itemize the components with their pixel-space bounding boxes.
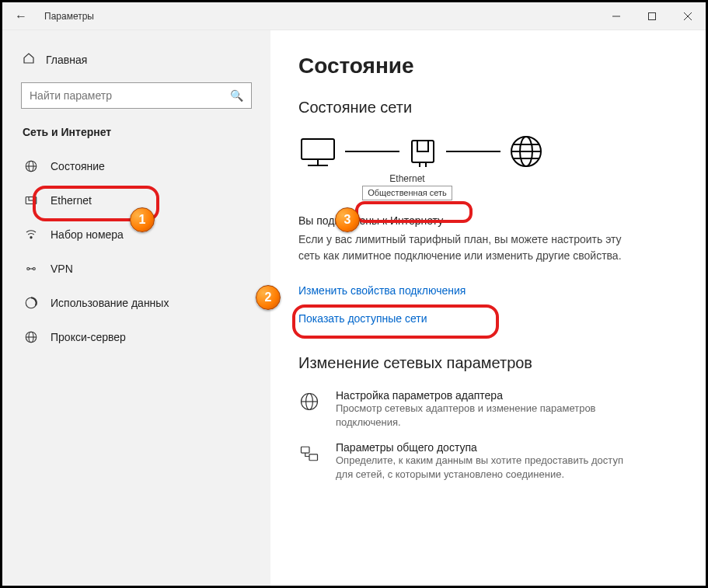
body: Главная 🔍 Сеть и Интернет Состояние Ethe…: [2, 30, 706, 586]
adapter-settings-icon: [298, 389, 323, 430]
nav-item-ethernet[interactable]: Ethernet: [13, 183, 260, 217]
globe-icon: [508, 134, 544, 169]
maximize-button[interactable]: [634, 2, 670, 30]
nav-label: Состояние: [51, 160, 105, 172]
data-usage-icon: [24, 296, 38, 310]
home-icon: [23, 52, 35, 67]
vpn-icon: [24, 262, 38, 276]
home-label: Главная: [46, 54, 87, 66]
sharing-settings-option[interactable]: Параметры общего доступа Определите, к к…: [298, 441, 678, 482]
proxy-icon: [24, 330, 38, 344]
svg-point-10: [27, 268, 30, 270]
nav-label: Прокси-сервер: [51, 331, 126, 343]
dialup-icon: [24, 228, 38, 242]
computer-icon: [298, 136, 337, 167]
svg-rect-33: [309, 454, 318, 460]
window-title: Параметры: [44, 11, 94, 22]
search-input[interactable]: [30, 89, 230, 102]
sharing-settings-icon: [298, 441, 323, 482]
option-title: Параметры общего доступа: [336, 441, 631, 454]
option-desc: Определите, к каким данным вы хотите пре…: [336, 454, 631, 482]
nav-item-vpn[interactable]: VPN: [13, 252, 260, 286]
titlebar: ← Параметры: [2, 2, 706, 30]
nav-label: Использование данных: [51, 297, 169, 309]
nav-label: Набор номера: [51, 228, 124, 241]
search-box[interactable]: 🔍: [21, 82, 252, 109]
adapter-settings-option[interactable]: Настройка параметров адаптера Просмотр с…: [298, 389, 678, 430]
change-connection-properties-link[interactable]: Изменить свойства подключения: [298, 277, 678, 304]
svg-rect-32: [302, 447, 310, 453]
svg-rect-21: [417, 141, 428, 151]
connected-heading: Вы подключены к Интернету: [298, 214, 678, 227]
sidebar-heading: Сеть и Интернет: [13, 126, 260, 149]
sidebar: Главная 🔍 Сеть и Интернет Состояние Ethe…: [2, 30, 270, 586]
content-area: Состояние Состояние сети Ethernet Общест…: [270, 30, 706, 586]
svg-rect-8: [29, 197, 33, 201]
close-button[interactable]: [670, 2, 706, 30]
nav-item-data-usage[interactable]: Использование данных: [13, 286, 260, 320]
network-diagram: [298, 134, 678, 169]
section-status: Состояние сети: [298, 99, 678, 117]
window-controls: [598, 2, 706, 30]
section-change-params: Изменение сетевых параметров: [298, 354, 678, 372]
nav-label: Ethernet: [51, 194, 92, 207]
nav-item-dialup[interactable]: Набор номера: [13, 217, 260, 252]
svg-point-9: [30, 237, 32, 238]
minimize-button[interactable]: [598, 2, 634, 30]
router-icon: [407, 136, 438, 167]
show-available-networks-link[interactable]: Показать доступные сети: [298, 304, 678, 332]
nav-item-status[interactable]: Состояние: [13, 149, 260, 183]
back-button[interactable]: ←: [15, 9, 33, 23]
home-button[interactable]: Главная: [13, 47, 260, 71]
diagram-caption: Ethernet Общественная сеть: [298, 172, 516, 200]
connected-desc: Если у вас лимитный тарифный план, вы мо…: [298, 231, 640, 264]
option-title: Настройка параметров адаптера: [336, 389, 631, 402]
diagram-line: [345, 151, 399, 152]
status-icon: [24, 159, 38, 173]
svg-rect-17: [302, 139, 334, 159]
svg-rect-1: [649, 12, 656, 19]
nav-item-proxy[interactable]: Прокси-сервер: [13, 320, 260, 354]
ethernet-icon: [24, 193, 38, 207]
diagram-line: [446, 151, 500, 152]
option-desc: Просмотр сетевых адаптеров и изменение п…: [336, 402, 631, 430]
network-profile-label: Общественная сеть: [362, 186, 452, 200]
svg-point-11: [33, 268, 35, 270]
nav-label: VPN: [51, 263, 73, 275]
search-icon: 🔍: [230, 89, 243, 102]
adapter-name: Ethernet: [298, 172, 516, 186]
page-title: Состояние: [298, 54, 678, 78]
settings-window: ← Параметры Главная 🔍 Сеть и Интернет Со…: [0, 0, 708, 588]
